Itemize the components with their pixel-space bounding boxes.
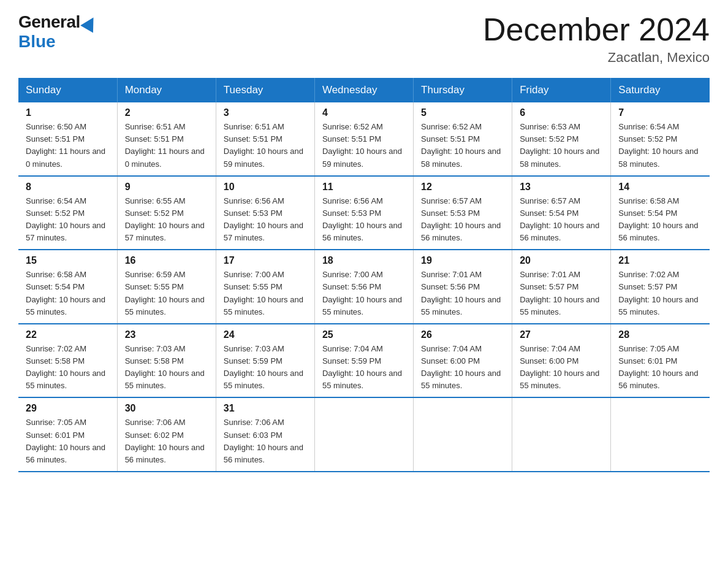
logo-general-text: General: [18, 12, 80, 32]
month-title: December 2024: [483, 12, 710, 47]
calendar-cell: 19 Sunrise: 7:01 AMSunset: 5:56 PMDaylig…: [414, 250, 512, 324]
calendar-cell: 1 Sunrise: 6:50 AMSunset: 5:51 PMDayligh…: [18, 102, 117, 176]
calendar-cell: 6 Sunrise: 6:53 AMSunset: 5:52 PMDayligh…: [512, 102, 611, 176]
header-monday: Monday: [117, 78, 216, 102]
day-info: Sunrise: 7:03 AMSunset: 5:59 PMDaylight:…: [224, 344, 303, 390]
calendar-cell: 11 Sunrise: 6:56 AMSunset: 5:53 PMDaylig…: [314, 176, 413, 250]
day-number: 17: [224, 255, 307, 266]
day-number: 2: [125, 107, 208, 118]
calendar-cell: 17 Sunrise: 7:00 AMSunset: 5:55 PMDaylig…: [216, 250, 314, 324]
day-number: 26: [421, 329, 504, 340]
day-info: Sunrise: 7:01 AMSunset: 5:56 PMDaylight:…: [421, 270, 501, 316]
day-number: 9: [125, 182, 208, 193]
calendar-cell: 14 Sunrise: 6:58 AMSunset: 5:54 PMDaylig…: [611, 176, 710, 250]
day-info: Sunrise: 7:00 AMSunset: 5:56 PMDaylight:…: [322, 270, 402, 316]
day-info: Sunrise: 6:59 AMSunset: 5:55 PMDaylight:…: [125, 270, 205, 316]
calendar-cell: 7 Sunrise: 6:54 AMSunset: 5:52 PMDayligh…: [611, 102, 710, 176]
day-info: Sunrise: 7:02 AMSunset: 5:57 PMDaylight:…: [618, 270, 698, 316]
calendar-cell: [512, 397, 611, 472]
title-section: December 2024 Zacatlan, Mexico: [483, 12, 710, 66]
header-wednesday: Wednesday: [314, 78, 413, 102]
header-sunday: Sunday: [18, 78, 117, 102]
calendar-cell: 8 Sunrise: 6:54 AMSunset: 5:52 PMDayligh…: [18, 176, 117, 250]
day-info: Sunrise: 7:04 AMSunset: 6:00 PMDaylight:…: [421, 344, 501, 390]
day-number: 14: [618, 182, 702, 193]
header-friday: Friday: [512, 78, 611, 102]
day-number: 25: [322, 329, 406, 340]
day-info: Sunrise: 7:02 AMSunset: 5:58 PMDaylight:…: [26, 344, 105, 390]
calendar-cell: [314, 397, 413, 472]
calendar-cell: 28 Sunrise: 7:05 AMSunset: 6:01 PMDaylig…: [611, 324, 710, 398]
day-info: Sunrise: 6:52 AMSunset: 5:51 PMDaylight:…: [322, 122, 402, 168]
day-info: Sunrise: 7:06 AMSunset: 6:03 PMDaylight:…: [224, 418, 303, 464]
day-number: 21: [618, 255, 702, 266]
day-info: Sunrise: 7:04 AMSunset: 5:59 PMDaylight:…: [322, 344, 402, 390]
day-number: 19: [421, 255, 504, 266]
day-number: 24: [224, 329, 307, 340]
day-info: Sunrise: 7:05 AMSunset: 6:01 PMDaylight:…: [26, 418, 105, 464]
day-info: Sunrise: 6:56 AMSunset: 5:53 PMDaylight:…: [224, 196, 303, 242]
day-info: Sunrise: 6:53 AMSunset: 5:52 PMDaylight:…: [520, 122, 599, 168]
location-label: Zacatlan, Mexico: [483, 50, 710, 66]
calendar-cell: 5 Sunrise: 6:52 AMSunset: 5:51 PMDayligh…: [414, 102, 512, 176]
day-number: 11: [322, 182, 406, 193]
calendar-cell: 29 Sunrise: 7:05 AMSunset: 6:01 PMDaylig…: [18, 397, 117, 472]
day-number: 27: [520, 329, 603, 340]
calendar-cell: 21 Sunrise: 7:02 AMSunset: 5:57 PMDaylig…: [611, 250, 710, 324]
day-info: Sunrise: 7:01 AMSunset: 5:57 PMDaylight:…: [520, 270, 599, 316]
calendar-cell: 27 Sunrise: 7:04 AMSunset: 6:00 PMDaylig…: [512, 324, 611, 398]
day-info: Sunrise: 6:57 AMSunset: 5:53 PMDaylight:…: [421, 196, 501, 242]
day-number: 16: [125, 255, 208, 266]
calendar-week-row: 8 Sunrise: 6:54 AMSunset: 5:52 PMDayligh…: [18, 176, 710, 250]
day-info: Sunrise: 6:54 AMSunset: 5:52 PMDaylight:…: [618, 122, 698, 168]
day-info: Sunrise: 6:58 AMSunset: 5:54 PMDaylight:…: [618, 196, 698, 242]
day-number: 13: [520, 182, 603, 193]
day-number: 18: [322, 255, 406, 266]
day-number: 1: [26, 107, 110, 118]
calendar-cell: 31 Sunrise: 7:06 AMSunset: 6:03 PMDaylig…: [216, 397, 314, 472]
day-number: 5: [421, 107, 504, 118]
day-number: 6: [520, 107, 603, 118]
day-info: Sunrise: 7:04 AMSunset: 6:00 PMDaylight:…: [520, 344, 599, 390]
calendar-cell: 2 Sunrise: 6:51 AMSunset: 5:51 PMDayligh…: [117, 102, 216, 176]
header-thursday: Thursday: [414, 78, 512, 102]
calendar-cell: 22 Sunrise: 7:02 AMSunset: 5:58 PMDaylig…: [18, 324, 117, 398]
header-tuesday: Tuesday: [216, 78, 314, 102]
day-info: Sunrise: 7:05 AMSunset: 6:01 PMDaylight:…: [618, 344, 698, 390]
logo-triangle-icon: [80, 13, 100, 33]
day-info: Sunrise: 6:51 AMSunset: 5:51 PMDaylight:…: [125, 122, 205, 168]
day-info: Sunrise: 7:00 AMSunset: 5:55 PMDaylight:…: [224, 270, 303, 316]
day-number: 8: [26, 182, 110, 193]
day-info: Sunrise: 6:50 AMSunset: 5:51 PMDaylight:…: [26, 122, 105, 168]
calendar-cell: 9 Sunrise: 6:55 AMSunset: 5:52 PMDayligh…: [117, 176, 216, 250]
day-number: 12: [421, 182, 504, 193]
day-info: Sunrise: 6:57 AMSunset: 5:54 PMDaylight:…: [520, 196, 599, 242]
calendar-week-row: 22 Sunrise: 7:02 AMSunset: 5:58 PMDaylig…: [18, 324, 710, 398]
calendar-week-row: 1 Sunrise: 6:50 AMSunset: 5:51 PMDayligh…: [18, 102, 710, 176]
day-info: Sunrise: 7:03 AMSunset: 5:58 PMDaylight:…: [125, 344, 205, 390]
day-number: 15: [26, 255, 110, 266]
calendar-table: SundayMondayTuesdayWednesdayThursdayFrid…: [18, 78, 710, 472]
day-number: 4: [322, 107, 406, 118]
logo: General Blue: [18, 12, 97, 52]
calendar-cell: 25 Sunrise: 7:04 AMSunset: 5:59 PMDaylig…: [314, 324, 413, 398]
calendar-cell: 16 Sunrise: 6:59 AMSunset: 5:55 PMDaylig…: [117, 250, 216, 324]
page-header: General Blue December 2024 Zacatlan, Mex…: [18, 12, 710, 66]
day-info: Sunrise: 7:06 AMSunset: 6:02 PMDaylight:…: [125, 418, 205, 464]
day-number: 30: [125, 403, 208, 414]
day-info: Sunrise: 6:56 AMSunset: 5:53 PMDaylight:…: [322, 196, 402, 242]
calendar-header-row: SundayMondayTuesdayWednesdayThursdayFrid…: [18, 78, 710, 102]
day-number: 10: [224, 182, 307, 193]
calendar-cell: 3 Sunrise: 6:51 AMSunset: 5:51 PMDayligh…: [216, 102, 314, 176]
calendar-week-row: 29 Sunrise: 7:05 AMSunset: 6:01 PMDaylig…: [18, 397, 710, 472]
day-info: Sunrise: 6:51 AMSunset: 5:51 PMDaylight:…: [224, 122, 303, 168]
calendar-cell: 26 Sunrise: 7:04 AMSunset: 6:00 PMDaylig…: [414, 324, 512, 398]
day-info: Sunrise: 6:54 AMSunset: 5:52 PMDaylight:…: [26, 196, 105, 242]
day-number: 23: [125, 329, 208, 340]
day-number: 29: [26, 403, 110, 414]
day-number: 7: [618, 107, 702, 118]
calendar-cell: 24 Sunrise: 7:03 AMSunset: 5:59 PMDaylig…: [216, 324, 314, 398]
calendar-cell: 23 Sunrise: 7:03 AMSunset: 5:58 PMDaylig…: [117, 324, 216, 398]
day-info: Sunrise: 6:52 AMSunset: 5:51 PMDaylight:…: [421, 122, 501, 168]
calendar-cell: 10 Sunrise: 6:56 AMSunset: 5:53 PMDaylig…: [216, 176, 314, 250]
